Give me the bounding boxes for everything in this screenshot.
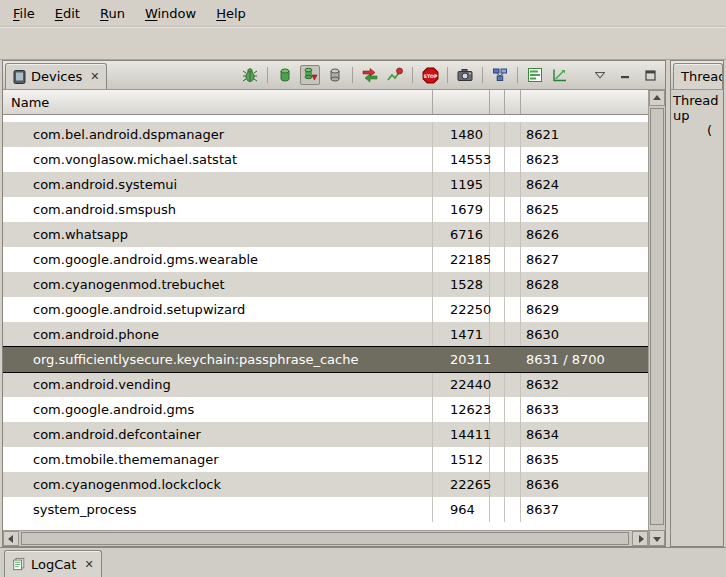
- cell-c3: [490, 322, 505, 347]
- bottom-bar: LogCat ✕: [0, 547, 726, 577]
- horizontal-scroll-thumb[interactable]: [21, 532, 629, 545]
- scroll-down-button[interactable]: [649, 530, 665, 546]
- cell-pid: 20311: [433, 347, 490, 372]
- close-icon[interactable]: ✕: [84, 558, 93, 571]
- table-row[interactable]: com.android.systemui11958624: [3, 172, 648, 197]
- toolbar-separator: [517, 67, 518, 83]
- table-row[interactable]: com.vonglasow.michael.satstat145538623: [3, 147, 648, 172]
- table-row[interactable]: com.google.android.gms126238633: [3, 397, 648, 422]
- table-row[interactable]: org.sufficientlysecure.keychain:passphra…: [3, 347, 648, 372]
- cell-port: 8631 / 8700: [521, 347, 648, 372]
- update-heap-icon: [277, 67, 293, 83]
- cell-pid: 22185: [433, 247, 490, 272]
- cell-c4: [505, 322, 521, 347]
- cell-port: 8634: [521, 422, 648, 447]
- capture-system-trace-icon: [527, 67, 543, 83]
- table-row[interactable]: com.cyanogenmod.trebuchet15288628: [3, 272, 648, 297]
- threads-body: Thread up (: [671, 90, 723, 546]
- column-header-blank2[interactable]: [505, 90, 521, 114]
- cell-c4: [505, 347, 521, 372]
- debug-button[interactable]: [240, 65, 260, 85]
- table-row[interactable]: com.google.android.setupwizard222508629: [3, 297, 648, 322]
- tab-threads-label: Threads: [681, 69, 723, 84]
- cell-name: system_process: [3, 497, 433, 522]
- threads-message-line2: (: [673, 123, 721, 138]
- menu-help[interactable]: Help: [209, 3, 253, 24]
- column-header-pid[interactable]: [433, 90, 490, 114]
- table-row[interactable]: com.google.android.gms.wearable221858627: [3, 247, 648, 272]
- toolbar-separator: [482, 67, 483, 83]
- close-icon[interactable]: ✕: [90, 70, 99, 83]
- cell-c4: [505, 122, 521, 147]
- stop-process-button[interactable]: STOP: [420, 65, 440, 85]
- cell-c3: [490, 172, 505, 197]
- update-heap-button[interactable]: [275, 65, 295, 85]
- cause-gc-icon: [327, 67, 343, 83]
- column-header-name[interactable]: Name: [3, 90, 433, 114]
- cell-pid: 1512: [433, 447, 490, 472]
- start-method-profiling-button[interactable]: [385, 65, 405, 85]
- scroll-left-icon: [8, 535, 13, 543]
- cell-name: com.google.android.setupwizard: [3, 297, 433, 322]
- cell-pid: 22250: [433, 297, 490, 322]
- view-menu-button[interactable]: [590, 65, 610, 85]
- table-row[interactable]: com.bel.android.dspmanager14808621: [3, 122, 648, 147]
- table-row[interactable]: com.android.smspush16798625: [3, 197, 648, 222]
- maximize-icon: [645, 70, 656, 81]
- cell-pid: 14411: [433, 422, 490, 447]
- cell-c4: [505, 147, 521, 172]
- table-row[interactable]: com.whatsapp67168626: [3, 222, 648, 247]
- cell-pid: 14553: [433, 147, 490, 172]
- maximize-button[interactable]: [640, 65, 660, 85]
- vertical-scroll-track[interactable]: [649, 106, 665, 530]
- cell-pid: 1528: [433, 272, 490, 297]
- cell-pid: 6716: [433, 222, 490, 247]
- scroll-left-button[interactable]: [3, 531, 19, 546]
- device-table-body: com.bel.android.dspmanager14808621com.vo…: [3, 115, 648, 530]
- stop-process-icon: STOP: [422, 67, 439, 84]
- vertical-scrollbar[interactable]: [648, 90, 665, 546]
- cell-c4: [505, 497, 521, 522]
- capture-system-trace-button[interactable]: [525, 65, 545, 85]
- table-row[interactable]: system_process9648637: [3, 497, 648, 522]
- cell-c3: [490, 222, 505, 247]
- cause-gc-button[interactable]: [325, 65, 345, 85]
- main-area: Devices ✕: [0, 60, 726, 547]
- cell-c3: [490, 397, 505, 422]
- tab-devices[interactable]: Devices ✕: [5, 63, 107, 89]
- cell-port: 8635: [521, 447, 648, 472]
- table-row[interactable]: com.android.vending224408632: [3, 372, 648, 397]
- tab-logcat[interactable]: LogCat ✕: [4, 550, 102, 577]
- column-header-blank1[interactable]: [490, 90, 505, 114]
- cell-pid: 22265: [433, 472, 490, 497]
- scroll-up-icon: [653, 95, 661, 100]
- menu-run[interactable]: Run: [93, 3, 132, 24]
- table-row[interactable]: com.android.phone14718630: [3, 322, 648, 347]
- table-row[interactable]: com.tmobile.thememanager15128635: [3, 447, 648, 472]
- dump-hprof-button[interactable]: [300, 65, 320, 85]
- vertical-scroll-thumb[interactable]: [650, 108, 664, 525]
- table-row[interactable]: com.cyanogenmod.lockclock222658636: [3, 472, 648, 497]
- screen-capture-button[interactable]: [455, 65, 475, 85]
- horizontal-scroll-track[interactable]: [19, 531, 632, 546]
- dump-view-hierarchy-button[interactable]: [490, 65, 510, 85]
- device-icon: [13, 70, 26, 84]
- start-opengl-trace-button[interactable]: [550, 65, 570, 85]
- horizontal-scrollbar[interactable]: [3, 530, 648, 546]
- cell-c4: [505, 422, 521, 447]
- minimize-icon: [620, 70, 630, 80]
- column-header-port[interactable]: [521, 90, 648, 114]
- menu-edit[interactable]: Edit: [48, 3, 87, 24]
- tab-threads[interactable]: Threads: [673, 63, 723, 89]
- scroll-right-button[interactable]: [632, 531, 648, 546]
- devices-toolbar: STOP: [240, 61, 665, 89]
- update-threads-button[interactable]: [360, 65, 380, 85]
- threads-view: Threads Thread up (: [670, 60, 724, 547]
- minimize-button[interactable]: [615, 65, 635, 85]
- menu-window[interactable]: Window: [138, 3, 203, 24]
- table-row[interactable]: com.android.defcontainer144118634: [3, 422, 648, 447]
- cell-c3: [490, 122, 505, 147]
- cell-c4: [505, 397, 521, 422]
- scroll-up-button[interactable]: [649, 90, 665, 106]
- menu-file[interactable]: File: [6, 3, 42, 24]
